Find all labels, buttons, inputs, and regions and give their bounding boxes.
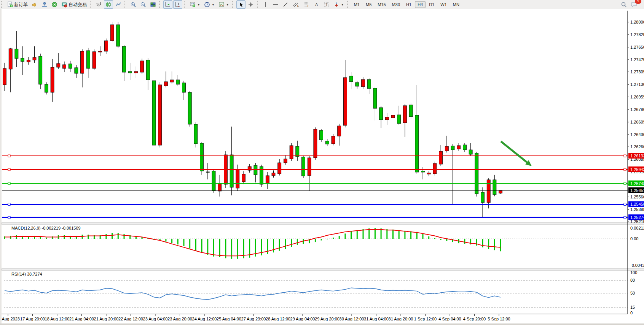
hline-handle[interactable]	[624, 203, 626, 205]
arrows-tool-button[interactable]: ▼	[332, 0, 346, 9]
horizontal-line-tool-button[interactable]	[271, 0, 280, 9]
hline-handle[interactable]	[8, 155, 10, 157]
candle-body	[182, 83, 186, 92]
market-watch-button[interactable]	[30, 0, 39, 9]
person-icon	[41, 2, 48, 8]
price-tick-label: 1.27650	[630, 45, 644, 49]
timeframe-M30[interactable]: M30	[389, 1, 403, 8]
fibonacci-icon: F	[303, 2, 310, 8]
time-label: 17 Aug 2023	[2, 317, 20, 321]
pane-separator[interactable]	[2, 223, 644, 224]
candle-body	[325, 141, 329, 144]
crosshair-tool-button[interactable]	[246, 0, 255, 9]
vertical-line-tool-button[interactable]	[261, 0, 270, 9]
candle-body	[481, 192, 485, 203]
timeframe-H1[interactable]: H1	[403, 1, 414, 8]
trendline-icon	[282, 2, 289, 8]
hline-handle[interactable]	[8, 182, 10, 185]
candle-body	[278, 163, 281, 174]
hline-handle[interactable]	[624, 182, 626, 185]
indicators-button[interactable]: ▼	[188, 0, 202, 9]
candle-body	[104, 41, 108, 51]
hline-handle[interactable]	[624, 168, 626, 171]
price-tick-label: 1.27825	[630, 32, 644, 37]
candle-body	[39, 56, 42, 84]
fibonacci-tool-button[interactable]: F	[301, 0, 311, 9]
zoom-out-button[interactable]	[139, 0, 148, 9]
equidistant-channel-icon: E	[292, 2, 299, 8]
candle-body	[194, 124, 198, 144]
candle-body	[367, 79, 371, 89]
timeframe-W1[interactable]: W1	[438, 1, 450, 8]
chart-shift-button[interactable]	[173, 0, 182, 9]
cursor-tool-button[interactable]	[236, 0, 245, 9]
candle-body	[469, 150, 472, 154]
time-label: 24 Aug 12:00	[192, 317, 217, 321]
notification-badge: 1	[635, 0, 641, 4]
text-label-tool-button[interactable]: T	[322, 0, 331, 9]
candle-body	[3, 68, 6, 85]
text-icon: A	[314, 2, 320, 8]
search-button[interactable]	[619, 0, 628, 9]
toolbar-grip	[124, 1, 127, 8]
time-label: 30 Aug 12:00	[340, 317, 364, 321]
candle-body	[170, 80, 174, 82]
toolbar-grip	[1, 1, 4, 8]
price-line-badge-label: 1.25274	[630, 215, 644, 220]
hline-handle[interactable]	[624, 155, 626, 157]
bar-chart-mode-button[interactable]	[94, 0, 103, 9]
autotrading-button[interactable]: 自动交易	[60, 0, 88, 9]
zoom-out-icon	[140, 2, 146, 8]
pane-separator[interactable]	[2, 269, 644, 270]
text-tool-button[interactable]: A	[312, 0, 321, 9]
timeframe-D1[interactable]: D1	[426, 1, 437, 8]
notifications-button[interactable]: 1	[629, 0, 639, 9]
trendline-tool-button[interactable]	[281, 0, 290, 9]
candle-body	[164, 82, 167, 86]
templates-button[interactable]: ▼	[217, 0, 231, 9]
hline-handle[interactable]	[8, 216, 10, 219]
timeframe-M1[interactable]: M1	[351, 1, 362, 8]
candle-body	[314, 129, 317, 158]
candle-body	[439, 151, 443, 164]
horn-icon	[32, 2, 38, 8]
candle-body	[475, 153, 478, 194]
time-label: 25 Aug 04:00	[217, 317, 241, 321]
price-chart-canvas[interactable]: 1.280001.278251.276501.274751.273051.271…	[2, 9, 644, 323]
channel-tool-button[interactable]: E	[291, 0, 301, 9]
rsi-axis-label: 0	[630, 311, 633, 315]
candle-body	[15, 49, 18, 59]
time-label: 27 Aug 23:00	[241, 317, 266, 321]
periods-button[interactable]: ▼	[202, 0, 216, 9]
candle-body	[391, 115, 395, 118]
auto-scroll-button[interactable]	[163, 0, 172, 9]
bar-chart-icon	[96, 2, 102, 8]
candle-body	[152, 81, 156, 145]
candle-body	[140, 61, 144, 72]
timeframe-H4[interactable]: H4	[415, 1, 426, 8]
timeframe-M15[interactable]: M15	[375, 1, 388, 8]
price-line-badge-label: 1.25748	[630, 181, 644, 186]
candle-body	[86, 51, 90, 68]
hline-handle[interactable]	[8, 203, 10, 205]
community-button[interactable]	[40, 0, 49, 9]
line-chart-mode-button[interactable]	[114, 0, 123, 9]
candle-body	[320, 130, 323, 140]
signal-button[interactable]	[50, 0, 59, 9]
hline-handle[interactable]	[624, 216, 626, 219]
candle-body	[33, 57, 36, 60]
candle-body	[146, 60, 150, 80]
new-order-button[interactable]: 新订单	[5, 0, 29, 9]
candle-body	[212, 171, 215, 191]
tile-windows-button[interactable]	[148, 0, 158, 9]
candle-chart-mode-button[interactable]	[104, 0, 113, 9]
timeframe-M5[interactable]: M5	[363, 1, 374, 8]
toolbar-grip	[159, 1, 162, 8]
new-order-label: 新订单	[14, 2, 28, 8]
time-label: 28 Aug 12:00	[266, 317, 290, 321]
hline-handle[interactable]	[8, 168, 10, 171]
timeframe-MN[interactable]: MN	[450, 1, 462, 8]
zoom-in-button[interactable]	[129, 0, 138, 9]
add-indicator-icon	[190, 2, 196, 8]
new-order-icon	[7, 2, 13, 8]
